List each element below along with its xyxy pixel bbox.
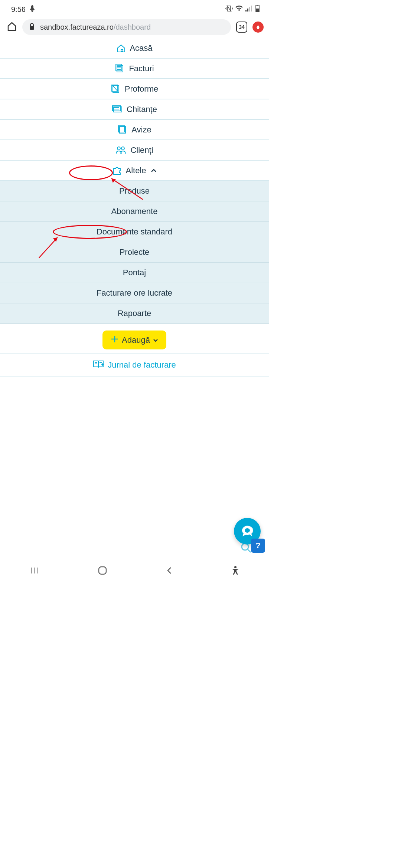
- journal-link[interactable]: Jurnal de facturare: [0, 354, 269, 377]
- tabs-count-label: 34: [239, 24, 245, 30]
- home-button[interactable]: [98, 566, 107, 577]
- app-indicator-icon: [29, 5, 35, 13]
- signal-icon: [245, 6, 253, 13]
- svg-point-23: [117, 147, 120, 150]
- nav-item-proforme[interactable]: Proforme: [0, 79, 269, 99]
- chevron-down-icon: [153, 337, 158, 343]
- nav-label: Facturi: [129, 64, 154, 73]
- browser-bar: sandbox.factureaza.ro/dashboard 34: [0, 16, 269, 38]
- submenu-label: Abonamente: [111, 207, 158, 216]
- status-bar: 9:56: [0, 0, 269, 16]
- plus-icon: [111, 334, 119, 346]
- svg-rect-0: [245, 10, 247, 11]
- proforme-icon: [111, 85, 121, 93]
- nav-label: Avize: [131, 125, 151, 135]
- svg-rect-8: [121, 49, 123, 51]
- main-nav: Acasă Facturi Proforme Chitanțe Avize Cl…: [0, 38, 269, 377]
- nav-item-others[interactable]: Altele: [0, 161, 269, 181]
- journal-label: Jurnal de facturare: [108, 360, 176, 370]
- status-time: 9:56: [11, 5, 26, 14]
- svg-rect-3: [251, 6, 252, 11]
- nav-item-clients[interactable]: Clienți: [0, 140, 269, 161]
- invoices-icon: [115, 64, 125, 73]
- accessibility-button[interactable]: [231, 566, 239, 576]
- submenu-item-standard-docs[interactable]: Documente standard: [0, 222, 269, 242]
- svg-point-46: [234, 566, 237, 568]
- add-button[interactable]: Adaugă: [102, 331, 166, 349]
- vibrate-icon: [225, 5, 233, 13]
- home-icon: [116, 44, 126, 53]
- system-nav-bar: [0, 561, 269, 582]
- lock-icon: [29, 23, 35, 31]
- add-row: Adaugă: [0, 324, 269, 353]
- wifi-icon: [235, 6, 243, 13]
- nav-label: Proforme: [125, 84, 158, 94]
- svg-point-40: [245, 528, 250, 533]
- submenu-item-timesheet[interactable]: Pontaj: [0, 263, 269, 283]
- submenu-item-products[interactable]: Produse: [0, 181, 269, 201]
- submenu-label: Documente standard: [97, 227, 172, 237]
- url-text: sandbox.factureaza.ro/dashboard: [40, 23, 151, 32]
- nav-label: Acasă: [130, 43, 152, 53]
- svg-rect-7: [30, 26, 34, 30]
- chat-bubble-icon: [240, 524, 255, 539]
- submenu-label: Rapoarte: [118, 309, 151, 318]
- chevron-up-icon: [151, 167, 157, 174]
- submenu-label: Pontaj: [123, 268, 146, 277]
- submenu-item-projects[interactable]: Proiecte: [0, 242, 269, 263]
- journal-icon: [93, 360, 104, 370]
- nav-item-notices[interactable]: Avize: [0, 120, 269, 140]
- browser-home-icon[interactable]: [7, 21, 17, 33]
- receipts-icon: [112, 105, 123, 114]
- add-label: Adaugă: [122, 335, 150, 345]
- svg-point-24: [121, 147, 124, 150]
- battery-icon: [255, 5, 260, 14]
- tabs-count-button[interactable]: 34: [236, 22, 247, 33]
- help-button[interactable]: ?: [251, 539, 265, 553]
- help-label: ?: [255, 541, 260, 550]
- svg-rect-6: [256, 9, 259, 12]
- nav-label: Clienți: [130, 145, 153, 155]
- puzzle-icon: [112, 166, 122, 175]
- submenu-item-reports[interactable]: Rapoarte: [0, 303, 269, 324]
- clients-icon: [115, 146, 127, 154]
- nav-item-receipts[interactable]: Chitanțe: [0, 99, 269, 120]
- submenu-label: Produse: [119, 186, 150, 196]
- nav-label: Chitanțe: [127, 105, 157, 114]
- svg-rect-45: [99, 567, 106, 574]
- nav-item-home[interactable]: Acasă: [0, 38, 269, 59]
- submenu-label: Facturare ore lucrate: [97, 288, 172, 298]
- submenu-item-hourly-billing[interactable]: Facturare ore lucrate: [0, 283, 269, 303]
- browser-update-icon[interactable]: [252, 22, 264, 33]
- nav-item-invoices[interactable]: Facturi: [0, 59, 269, 79]
- recents-button[interactable]: [30, 566, 39, 576]
- svg-rect-1: [247, 9, 248, 11]
- submenu-label: Proiecte: [120, 247, 150, 257]
- svg-line-35: [248, 549, 251, 552]
- url-bar[interactable]: sandbox.factureaza.ro/dashboard: [22, 19, 231, 35]
- nav-label: Altele: [125, 166, 146, 175]
- back-button[interactable]: [166, 566, 172, 576]
- svg-rect-2: [249, 7, 250, 11]
- submenu-item-subscriptions[interactable]: Abonamente: [0, 201, 269, 222]
- notices-icon: [117, 125, 128, 134]
